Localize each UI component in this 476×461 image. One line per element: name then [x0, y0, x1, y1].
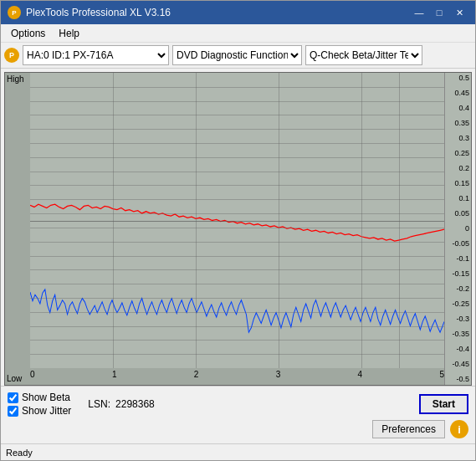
y-tick-8: 0.1	[447, 195, 469, 202]
status-text: Ready	[6, 448, 33, 458]
y-axis-right: 0.5 0.45 0.4 0.35 0.3 0.25 0.2 0.15 0.1 …	[444, 73, 471, 385]
y-tick-11: -0.05	[447, 240, 469, 248]
y-tick-10: 0	[447, 225, 469, 233]
y-label-low: Low	[7, 374, 22, 383]
lsn-area: LSN: 2298368	[88, 398, 154, 410]
show-beta-row: Show Beta	[8, 392, 71, 403]
minimize-button[interactable]: —	[410, 5, 428, 20]
y-tick-4: 0.3	[447, 135, 469, 142]
right-buttons: Start	[419, 394, 468, 414]
bottom-row1: Show Beta Show Jitter LSN: 2298368 Start	[8, 392, 468, 417]
show-jitter-checkbox[interactable]	[8, 406, 18, 417]
show-beta-label: Show Beta	[22, 392, 70, 403]
checkboxes: Show Beta Show Jitter	[8, 392, 71, 417]
info-button[interactable]: i	[450, 420, 468, 438]
y-tick-12: -0.1	[447, 255, 469, 263]
x-tick-1: 1	[112, 370, 117, 385]
chart-plot	[30, 73, 444, 368]
lsn-value: 2298368	[115, 398, 155, 410]
y-tick-17: -0.35	[447, 330, 469, 338]
show-beta-checkbox[interactable]	[8, 392, 18, 403]
y-tick-18: -0.4	[447, 346, 469, 353]
menu-bar: Options Help	[1, 24, 475, 43]
function-select[interactable]: DVD Diagnostic Functions	[172, 45, 302, 65]
bottom-row2: Preferences i	[8, 420, 468, 438]
menu-help[interactable]: Help	[52, 26, 86, 41]
title-bar: P PlexTools Professional XL V3.16 — □ ✕	[1, 1, 475, 24]
y-tick-5: 0.25	[447, 150, 469, 157]
y-tick-3: 0.35	[447, 120, 469, 127]
lsn-label: LSN:	[88, 398, 110, 410]
x-tick-3: 3	[276, 370, 281, 385]
chart-area: High Low	[1, 69, 475, 386]
y-tick-2: 0.4	[447, 105, 469, 112]
app-icon: P	[8, 6, 21, 19]
y-tick-0: 0.5	[447, 74, 469, 82]
y-tick-7: 0.15	[447, 180, 469, 187]
close-button[interactable]: ✕	[450, 5, 468, 20]
y-label-high: High	[7, 74, 24, 84]
x-tick-2: 2	[194, 370, 199, 385]
maximize-button[interactable]: □	[430, 5, 448, 20]
start-button[interactable]: Start	[419, 394, 468, 414]
status-bar: Ready	[1, 443, 475, 460]
device-select[interactable]: HA:0 ID:1 PX-716A	[23, 45, 169, 65]
chart-container: High Low	[4, 72, 472, 386]
y-tick-15: -0.25	[447, 300, 469, 308]
x-tick-0: 0	[30, 370, 35, 385]
main-window: P PlexTools Professional XL V3.16 — □ ✕ …	[0, 0, 476, 461]
window-title: PlexTools Professional XL V3.16	[26, 7, 410, 18]
toolbar: P HA:0 ID:1 PX-716A DVD Diagnostic Funct…	[1, 43, 475, 69]
x-axis: 0 1 2 3 4 5	[30, 368, 444, 385]
y-tick-20: -0.5	[447, 376, 469, 383]
x-tick-4: 4	[358, 370, 363, 385]
y-tick-16: -0.3	[447, 315, 469, 323]
y-tick-14: -0.2	[447, 285, 469, 293]
bottom-panel: Show Beta Show Jitter LSN: 2298368 Start…	[1, 386, 475, 443]
y-tick-9: 0.05	[447, 210, 469, 218]
preferences-button[interactable]: Preferences	[372, 420, 445, 438]
device-icon: P	[4, 48, 19, 63]
show-jitter-row: Show Jitter	[8, 405, 71, 417]
test-select[interactable]: Q-Check Beta/Jitter Test	[305, 45, 422, 65]
y-tick-19: -0.45	[447, 361, 469, 368]
x-tick-5: 5	[439, 370, 444, 385]
y-tick-6: 0.2	[447, 165, 469, 172]
y-tick-13: -0.15	[447, 270, 469, 278]
window-controls: — □ ✕	[410, 5, 468, 20]
y-tick-1: 0.45	[447, 90, 469, 97]
menu-options[interactable]: Options	[4, 26, 52, 41]
show-jitter-label: Show Jitter	[22, 405, 71, 417]
